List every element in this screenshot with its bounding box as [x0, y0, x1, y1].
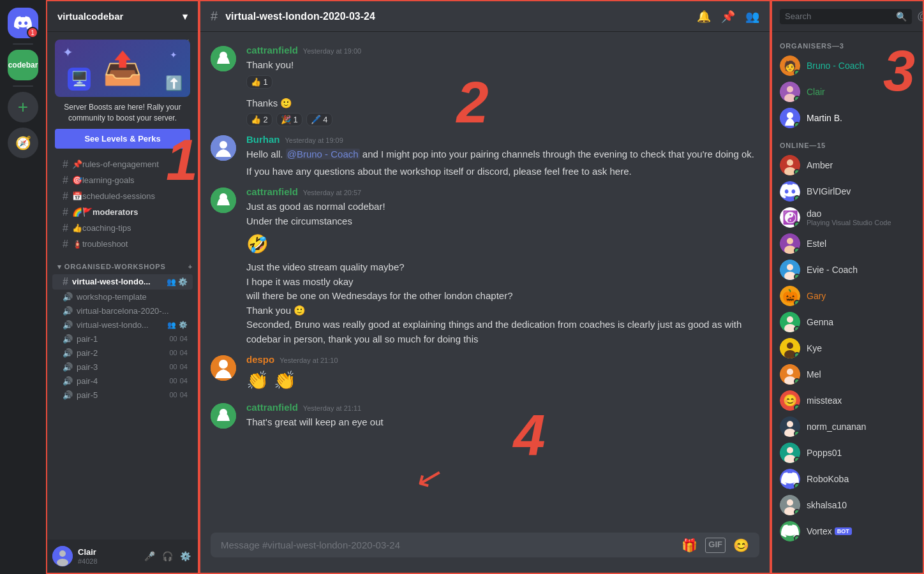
message-header-4: cattranfield Yesterday at 20:57 [246, 186, 759, 197]
member-item-bruno[interactable]: 🧑 Bruno - Coach [775, 53, 920, 78]
online-indicator [794, 274, 800, 280]
member-item-norm[interactable]: norm_cunanan [775, 414, 920, 439]
online-section-title: ONLINE—15 [772, 131, 923, 152]
chat-input-icons: 🎁 GIF 😊 [682, 538, 749, 553]
member-avatar-robokoba [780, 469, 800, 489]
message-input[interactable] [221, 533, 676, 557]
channel-item-coaching[interactable]: # 👍coaching-tips [52, 221, 193, 236]
pinned-messages-icon[interactable]: 📌 [721, 10, 735, 24]
message-author[interactable]: cattranfield [246, 45, 298, 55]
voice-channel-pair-2[interactable]: 🔊 pair-2 0004 [52, 346, 193, 360]
message-author-6[interactable]: cattranfield [246, 402, 298, 413]
explore-servers-button[interactable]: 🧭 [8, 128, 38, 158]
member-item-robokoba[interactable]: RoboKoba [775, 466, 920, 492]
member-item-estel[interactable]: Estel [775, 231, 920, 256]
voice-channel-pair-4[interactable]: 🔊 pair-4 0004 [52, 374, 193, 388]
member-info: Genna [807, 317, 915, 327]
reaction-party[interactable]: 🎉 1 [276, 113, 302, 126]
emoji-icon[interactable]: 😊 [733, 538, 749, 553]
member-name: Gary [807, 291, 915, 301]
member-avatar-estel [780, 233, 800, 254]
channel-item-virtual-west-london[interactable]: # virtual-west-londo... 👥 ⚙️ [52, 274, 193, 290]
add-server-button[interactable]: + [8, 92, 38, 122]
message-avatar-4 [211, 188, 236, 213]
search-icon[interactable]: 🔍 [896, 11, 907, 22]
deafen-button[interactable]: 🎧 [160, 548, 175, 564]
online-indicator [794, 378, 800, 385]
member-item-evie[interactable]: Evie - Coach [775, 257, 920, 283]
channel-item-learning[interactable]: # 🎯learning-goals [52, 173, 193, 188]
server-name: virtualcodebar [57, 11, 123, 22]
mute-button[interactable]: 🎤 [142, 548, 157, 564]
message-text-4h: Seconded, Bruno was really good at expla… [246, 318, 759, 346]
channel-item-moderators[interactable]: # 🌈🚩moderators [52, 205, 193, 220]
member-item-amber[interactable]: Amber [775, 152, 920, 178]
channel-item-troubleshoot[interactable]: # 🧯troubleshoot [52, 237, 193, 252]
discord-home-button[interactable]: 1 [8, 8, 38, 38]
member-name: Evie - Coach [807, 265, 915, 275]
voice-channel-virtual-west-london-2[interactable]: 🔊 virtual-west-londo... 👥⚙️ [52, 318, 193, 332]
channel-name: pair-5 [77, 390, 98, 400]
reaction-pen[interactable]: 🖊️ 4 [306, 113, 332, 126]
member-item-clair[interactable]: Clair [775, 79, 920, 105]
member-name: Clair [807, 87, 915, 97]
voice-channel-pair-5[interactable]: 🔊 pair-5 0004 [52, 388, 193, 402]
message-author-5[interactable]: despo [246, 354, 274, 365]
member-item-mel[interactable]: Mel [775, 362, 920, 387]
speaker-icon: 🔊 [63, 390, 73, 400]
member-info: missteax [807, 395, 915, 406]
svg-point-10 [219, 360, 228, 369]
member-info-clair: Clair [807, 87, 915, 97]
server-icon-codebar[interactable]: codebar [8, 50, 38, 80]
gift-icon[interactable]: 🎁 [682, 538, 697, 553]
voice-channel-pair-3[interactable]: 🔊 pair-3 0004 [52, 360, 193, 374]
voice-channel-virtual-barcelona[interactable]: 🔊 virtual-barcelona-2020-... [52, 304, 193, 318]
speaker-icon: 🔊 [63, 334, 73, 344]
online-indicator [794, 70, 800, 76]
member-item-vortex[interactable]: Vortex BOT [775, 519, 920, 544]
see-levels-perks-button[interactable]: See Levels & Perks [55, 129, 190, 149]
message-content-6: cattranfield Yesterday at 21:11 That's g… [246, 402, 759, 430]
member-item-dao[interactable]: ☯️ dao Playing Visual Studio Code [775, 205, 920, 230]
member-item-bvigirldev[interactable]: BVIGirlDev [775, 179, 920, 204]
category-organised-workshops[interactable]: ▾ ORGANISED-WORKSHOPS + [47, 253, 198, 274]
member-item-genna[interactable]: Genna [775, 309, 920, 335]
member-avatar-evie [780, 260, 800, 280]
channel-item-rules[interactable]: # 📌rules-of-engagement [52, 157, 193, 172]
voice-channel-pair-1[interactable]: 🔊 pair-1 0004 [52, 332, 193, 346]
channel-name: virtual-west-londo... [77, 320, 149, 330]
member-item-popps[interactable]: Popps01 [775, 440, 920, 466]
search-input[interactable] [785, 11, 892, 21]
member-item-martin[interactable]: Martin B. [775, 105, 920, 131]
message-content: cattranfield Yesterday at 19:00 Thank yo… [246, 45, 759, 89]
member-item-skhalsa[interactable]: skhalsa10 [775, 492, 920, 518]
member-name: Kye [807, 343, 915, 353]
right-sidebar-header: 🔍 @ ❓ [772, 1, 923, 32]
speaker-icon: 🔊 [63, 320, 73, 330]
voice-channel-workshop-template[interactable]: 🔊 workshop-template [52, 290, 193, 304]
member-item-gary[interactable]: 🎃 Gary [775, 283, 920, 309]
member-name: Martin B. [807, 113, 915, 123]
online-indicator [794, 326, 800, 332]
notifications-icon[interactable]: 🔔 [697, 10, 711, 24]
add-channel-button[interactable]: + [188, 263, 193, 270]
message-avatar [211, 46, 236, 71]
channel-item-scheduled[interactable]: # 📅scheduled-sessions [52, 189, 193, 204]
at-icon[interactable]: @ [917, 10, 924, 23]
member-info: Kye [807, 343, 915, 353]
gif-icon[interactable]: GIF [705, 538, 726, 553]
member-avatar-skhalsa [780, 495, 800, 515]
message-header-3: Burhan Yesterday at 19:09 [246, 134, 759, 145]
channel-hash-icon: # [211, 9, 218, 24]
message-text-4d: Just the video stream quality maybe? [246, 260, 759, 275]
member-item-missteax[interactable]: 😊 missteax [775, 388, 920, 413]
server-header[interactable]: virtualcodebar ▾ [47, 1, 198, 32]
message-author-3[interactable]: Burhan [246, 134, 280, 145]
member-item-kye[interactable]: Kye [775, 335, 920, 361]
reaction-thumbsup[interactable]: 👍 1 [246, 75, 272, 89]
message-author-4[interactable]: cattranfield [246, 186, 298, 197]
user-settings-button[interactable]: ⚙️ [177, 548, 193, 564]
members-list-icon[interactable]: 👥 [745, 10, 759, 24]
reaction-thumbsup-2[interactable]: 👍 2 [246, 113, 272, 126]
svg-point-8 [220, 193, 227, 201]
